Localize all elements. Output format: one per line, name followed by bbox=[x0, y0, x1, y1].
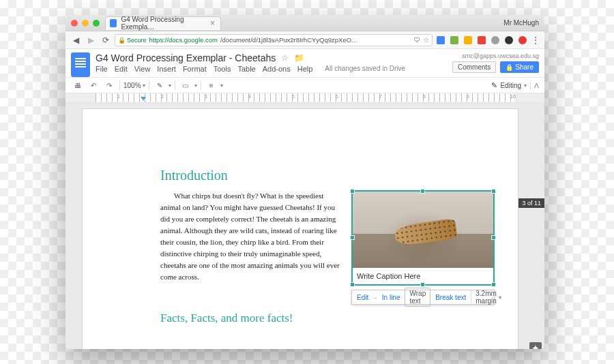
user-email[interactable]: smc@gapps.uwcsea.edu.sg bbox=[462, 52, 539, 59]
star-icon[interactable]: ☆ bbox=[281, 53, 289, 63]
extension-icon[interactable] bbox=[463, 35, 473, 46]
chrome-user-label[interactable]: Mr McHugh bbox=[503, 19, 539, 27]
extension-icon[interactable] bbox=[476, 35, 487, 46]
menu-addons[interactable]: Add-ons bbox=[263, 65, 291, 73]
image-margin-select[interactable]: 3.2mm margin▾ bbox=[471, 290, 506, 304]
forward-button[interactable]: ▶ bbox=[85, 34, 97, 46]
selected-image-frame[interactable]: Write Caption Here bbox=[351, 190, 495, 286]
url-host: https://docs.google.com bbox=[149, 36, 218, 44]
docs-header: G4 Word Processing Exemplar - Cheetahs ☆… bbox=[65, 49, 544, 77]
heading-facts[interactable]: Facts, Facts, and more facts! bbox=[160, 312, 495, 325]
close-tab-icon[interactable]: × bbox=[210, 19, 215, 27]
browser-tab[interactable]: G4 Word Processing Exempla… × bbox=[105, 16, 221, 30]
redo-button[interactable]: ↷ bbox=[102, 79, 116, 91]
address-input[interactable]: 🔒 Secure https://docs.google.com/documen… bbox=[115, 34, 433, 46]
explore-button[interactable]: ✦ bbox=[529, 342, 542, 349]
pencil-icon: ✎ bbox=[491, 81, 497, 90]
comments-button[interactable]: Comments bbox=[452, 61, 496, 73]
border-color-button[interactable]: ▭ bbox=[179, 79, 192, 91]
resize-handle[interactable] bbox=[491, 189, 496, 194]
image-options-toolbar: Edit – In line Wrap text Break text 3.2m… bbox=[351, 290, 495, 305]
close-window-button[interactable] bbox=[71, 20, 78, 27]
heading-introduction[interactable]: Introduction bbox=[160, 168, 495, 183]
resize-handle[interactable] bbox=[420, 282, 425, 287]
resize-handle[interactable] bbox=[350, 235, 355, 240]
translate-icon[interactable]: 🗨 bbox=[413, 36, 420, 44]
extension-icon[interactable] bbox=[490, 35, 501, 46]
document-title[interactable]: G4 Word Processing Exemplar - Cheetahs bbox=[96, 52, 276, 63]
menu-view[interactable]: View bbox=[134, 65, 151, 73]
docs-toolbar: 🖶 ↶ ↷ 100%▾ ✎ ▾ ▭ ▾ ≡ ▾ ✎ Editing ▾ ᐱ bbox=[65, 77, 544, 93]
save-status: All changes saved in Drive bbox=[325, 65, 405, 73]
editing-mode-select[interactable]: ✎ Editing ▾ bbox=[491, 81, 527, 90]
paint-format-button[interactable]: ✎ bbox=[153, 79, 166, 91]
minimize-window-button[interactable] bbox=[82, 20, 89, 27]
menu-bar: File Edit View Insert Format Tools Table… bbox=[96, 65, 452, 73]
extension-icon[interactable] bbox=[503, 35, 514, 46]
menu-edit[interactable]: Edit bbox=[115, 65, 128, 73]
extension-icon[interactable] bbox=[435, 35, 446, 46]
resize-handle[interactable] bbox=[350, 189, 355, 194]
image-inline-option[interactable]: In line bbox=[377, 294, 405, 301]
border-style-button[interactable]: ≡ bbox=[205, 79, 218, 91]
collapse-toolbar-button[interactable]: ᐱ bbox=[534, 82, 539, 89]
docs-favicon bbox=[110, 19, 117, 27]
window-controls bbox=[71, 20, 100, 27]
browser-address-bar: ◀ ▶ ⟳ 🔒 Secure https://docs.google.com/d… bbox=[65, 31, 544, 49]
image-wrap-option[interactable]: Wrap text bbox=[405, 288, 430, 307]
folder-icon[interactable]: 📁 bbox=[294, 53, 304, 63]
extension-icon[interactable] bbox=[449, 35, 460, 46]
resize-handle[interactable] bbox=[491, 282, 496, 287]
chrome-menu-icon[interactable]: ⋮ bbox=[531, 35, 540, 46]
resize-handle[interactable] bbox=[420, 189, 425, 194]
browser-title-bar: G4 Word Processing Exempla… × Mr McHugh bbox=[65, 15, 544, 31]
secure-lock-icon: 🔒 Secure bbox=[118, 37, 147, 44]
page-indicator: 3 of 11 bbox=[518, 198, 544, 208]
image-break-option[interactable]: Break text bbox=[430, 294, 471, 301]
resize-handle[interactable] bbox=[350, 282, 355, 287]
menu-insert[interactable]: Insert bbox=[157, 65, 176, 73]
back-button[interactable]: ◀ bbox=[70, 34, 82, 46]
menu-file[interactable]: File bbox=[96, 65, 108, 73]
tab-title: G4 Word Processing Exempla… bbox=[121, 16, 206, 31]
zoom-select[interactable]: 100%▾ bbox=[123, 82, 145, 89]
maximize-window-button[interactable] bbox=[93, 20, 100, 27]
extension-icon[interactable] bbox=[517, 35, 528, 46]
print-button[interactable]: 🖶 bbox=[71, 79, 85, 91]
share-button[interactable]: Share bbox=[500, 61, 539, 73]
cheetah-image[interactable] bbox=[353, 192, 493, 268]
document-canvas: Introduction What chirps but doesn't fly… bbox=[65, 103, 544, 349]
document-page[interactable]: Introduction What chirps but doesn't fly… bbox=[82, 108, 518, 349]
menu-tools[interactable]: Tools bbox=[214, 65, 231, 73]
horizontal-ruler[interactable]: 123456789101112131415161718 bbox=[65, 93, 544, 103]
image-edit-link[interactable]: Edit bbox=[352, 294, 373, 301]
menu-help[interactable]: Help bbox=[297, 65, 313, 73]
url-path: /document/d/1j8l3sAPux2r8IrhCYyQq9zpXeO… bbox=[220, 36, 358, 44]
menu-format[interactable]: Format bbox=[183, 65, 207, 73]
resize-handle[interactable] bbox=[491, 235, 496, 240]
indent-marker[interactable] bbox=[141, 97, 146, 101]
reload-button[interactable]: ⟳ bbox=[100, 34, 112, 46]
body-paragraph[interactable]: What chirps but doesn't fly? What is the… bbox=[160, 190, 342, 305]
docs-logo-icon[interactable] bbox=[71, 52, 90, 77]
undo-button[interactable]: ↶ bbox=[87, 79, 100, 91]
bookmark-star-icon[interactable]: ☆ bbox=[423, 36, 429, 44]
menu-table[interactable]: Table bbox=[237, 65, 255, 73]
